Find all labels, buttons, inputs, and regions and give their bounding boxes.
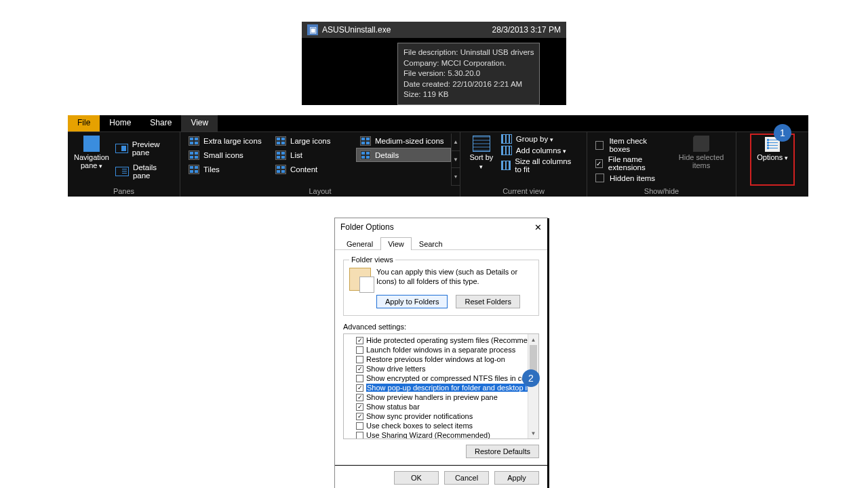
group-label-panes: Panes: [72, 186, 176, 197]
details-pane-button[interactable]: Details pane: [115, 163, 172, 180]
tab-view[interactable]: View: [181, 115, 218, 131]
file-tooltip-panel: ▣ ASUSUninstall.exe 28/3/2013 3:17 PM Fi…: [302, 22, 566, 105]
dialog-tab-search[interactable]: Search: [412, 237, 450, 250]
add-columns-icon: [501, 146, 512, 155]
callout-badge-2: 2: [522, 369, 540, 387]
sort-icon: [473, 136, 490, 152]
dialog-tab-view[interactable]: View: [380, 237, 412, 250]
add-columns-button[interactable]: Add columns: [501, 145, 580, 156]
size-columns-button[interactable]: Size all columns to fit: [501, 157, 580, 174]
file-tooltip: File description: Uninstall USB drivers …: [397, 43, 540, 105]
folder-views-icon: [349, 268, 371, 291]
dialog-tabs: General View Search: [335, 237, 547, 250]
preview-pane-button[interactable]: Preview pane: [115, 140, 172, 157]
chevron-down-icon[interactable]: ▼: [452, 151, 460, 169]
layout-icon: [189, 165, 199, 174]
layout-spinner[interactable]: ▲ ▼ ▾: [451, 134, 460, 186]
hide-selected-icon: [693, 136, 709, 152]
checkbox-icon: ✓: [356, 337, 363, 344]
folder-options-dialog: Folder Options ✕ General View Search Fol…: [334, 218, 548, 488]
checkbox-icon: ✓: [356, 394, 363, 401]
file-date: 28/3/2013 3:17 PM: [492, 25, 561, 35]
hide-selected-items-button: Hide selected items: [671, 134, 732, 186]
file-name: ASUSUninstall.exe: [322, 25, 391, 35]
item-check-boxes-toggle[interactable]: Item check boxes: [595, 137, 667, 153]
ok-button[interactable]: OK: [394, 471, 439, 485]
checkbox-icon: [595, 174, 604, 182]
apply-to-folders-button[interactable]: Apply to Folders: [376, 295, 448, 308]
folder-views-group: Folder views You can apply this view (su…: [343, 256, 539, 316]
layout-icon: [275, 136, 286, 146]
file-name-extensions-toggle[interactable]: ✓File name extensions: [595, 155, 667, 171]
layout-icon: [189, 150, 199, 160]
exe-icon: ▣: [307, 24, 318, 35]
tab-share[interactable]: Share: [140, 115, 181, 131]
checkbox-icon: [356, 375, 363, 382]
dialog-tab-general[interactable]: General: [339, 237, 380, 250]
advanced-settings-tree[interactable]: ✓Hide protected operating system files (…: [343, 333, 539, 439]
advanced-settings-label: Advanced settings:: [343, 323, 539, 331]
navigation-pane-icon: [83, 136, 100, 152]
scroll-down-icon[interactable]: ▼: [528, 428, 538, 439]
tree-checkbox-item[interactable]: Restore previous folder windows at log-o…: [344, 354, 538, 364]
sort-by-button[interactable]: Sort by: [465, 134, 498, 186]
scroll-thumb[interactable]: [530, 345, 537, 372]
checkbox-icon: ✓: [356, 403, 363, 411]
tree-checkbox-item[interactable]: ✓Show sync provider notifications: [344, 411, 538, 421]
details-pane-icon: [115, 167, 129, 176]
tree-checkbox-item[interactable]: ✓Show drive letters: [344, 364, 538, 373]
restore-defaults-button[interactable]: Restore Defaults: [466, 445, 539, 458]
options-button[interactable]: Options: [750, 134, 794, 186]
close-button[interactable]: ✕: [534, 222, 542, 232]
hidden-items-toggle[interactable]: Hidden items: [595, 174, 667, 182]
tree-checkbox-item[interactable]: Use check boxes to select items: [344, 421, 538, 430]
layout-content[interactable]: Content: [271, 162, 356, 176]
tree-checkbox-item[interactable]: ✓Show preview handlers in preview pane: [344, 392, 538, 402]
tree-checkbox-item[interactable]: Launch folder windows in a separate proc…: [344, 345, 538, 354]
tree-checkbox-item[interactable]: Show encrypted or compressed NTFS files …: [344, 373, 538, 383]
layout-icon: [360, 136, 371, 146]
apply-button[interactable]: Apply: [494, 471, 539, 485]
ribbon-tabs: File Home Share View: [68, 115, 808, 131]
checkbox-icon: ✓: [356, 384, 363, 392]
dialog-titlebar: Folder Options ✕: [335, 218, 547, 237]
tree-checkbox-item[interactable]: ✓Show status bar: [344, 402, 538, 411]
checkbox-icon: [356, 356, 363, 363]
layout-icon: [360, 150, 371, 160]
checkbox-icon: [356, 422, 363, 430]
layout-small-icons[interactable]: Small icons: [184, 148, 271, 162]
tree-checkbox-item[interactable]: Use Sharing Wizard (Recommended): [344, 430, 538, 439]
scroll-up-icon[interactable]: ▲: [528, 334, 538, 345]
reset-folders-button[interactable]: Reset Folders: [456, 295, 519, 308]
tree-checkbox-item[interactable]: ✓Show pop-up description for folder and …: [344, 383, 538, 392]
dialog-title: Folder Options: [340, 222, 394, 232]
chevron-up-icon[interactable]: ▲: [452, 134, 460, 151]
layout-list[interactable]: List: [271, 148, 356, 162]
layout-extra-large-icons[interactable]: Extra large icons: [184, 134, 271, 148]
checkbox-icon: ✓: [356, 413, 363, 420]
layout-large-icons[interactable]: Large icons: [271, 134, 356, 148]
group-label-current-view: Current view: [465, 186, 583, 197]
group-by-button[interactable]: Group by: [501, 134, 580, 144]
checkbox-icon: [595, 141, 604, 150]
checkbox-icon: ✓: [356, 365, 363, 373]
layout-details[interactable]: Details: [356, 148, 451, 162]
file-row-selected[interactable]: ▣ ASUSUninstall.exe 28/3/2013 3:17 PM: [302, 22, 566, 38]
group-label-layout: Layout: [184, 186, 456, 197]
layout-icon: [275, 165, 286, 174]
group-label-show-hide: Show/hide: [591, 186, 732, 197]
layout-icon: [189, 136, 199, 146]
layout-medium-icons[interactable]: Medium-sized icons: [356, 134, 451, 148]
cancel-button[interactable]: Cancel: [444, 471, 489, 485]
checkbox-icon: [356, 432, 363, 439]
layout-tiles[interactable]: Tiles: [184, 162, 271, 176]
navigation-pane-button[interactable]: Navigation pane: [72, 134, 111, 186]
tab-home[interactable]: Home: [100, 115, 140, 131]
layout-icon: [275, 150, 286, 160]
tab-file[interactable]: File: [68, 115, 100, 131]
chevron-more-icon[interactable]: ▾: [452, 168, 460, 186]
tree-checkbox-item[interactable]: ✓Hide protected operating system files (…: [344, 336, 538, 345]
group-icon: [501, 134, 512, 144]
checkbox-icon: [356, 346, 363, 354]
callout-badge-1: 1: [774, 124, 791, 142]
